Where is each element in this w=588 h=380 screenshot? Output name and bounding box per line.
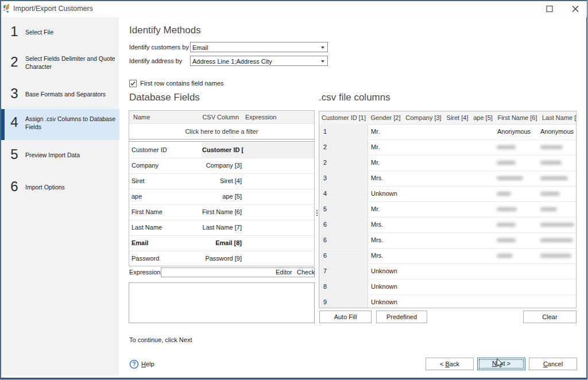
svg-text:?: ?: [132, 361, 136, 367]
